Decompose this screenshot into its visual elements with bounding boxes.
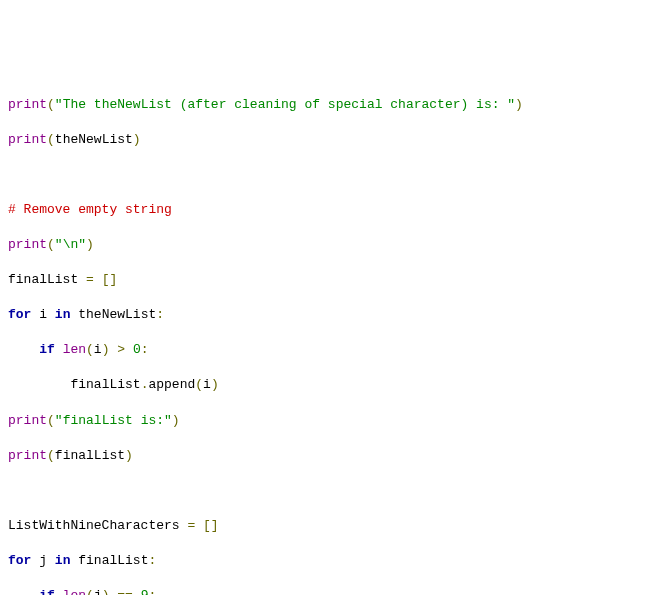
code-line	[8, 166, 651, 184]
code-line: if len(j) == 9:	[8, 587, 651, 595]
code-line: ListWithNineCharacters = []	[8, 517, 651, 535]
code-line: print("\n")	[8, 236, 651, 254]
code-line: finalList = []	[8, 271, 651, 289]
code-line: print(theNewList)	[8, 131, 651, 149]
code-line: if len(i) > 0:	[8, 341, 651, 359]
code-line: print(finalList)	[8, 447, 651, 465]
code-line: for j in finalList:	[8, 552, 651, 570]
code-line: print("The theNewList (after cleaning of…	[8, 96, 651, 114]
code-line	[8, 482, 651, 500]
code-line: # Remove empty string	[8, 201, 651, 219]
code-line: for i in theNewList:	[8, 306, 651, 324]
code-line: finalList.append(i)	[8, 376, 651, 394]
code-block: print("The theNewList (after cleaning of…	[8, 78, 651, 595]
code-line: print("finalList is:")	[8, 412, 651, 430]
